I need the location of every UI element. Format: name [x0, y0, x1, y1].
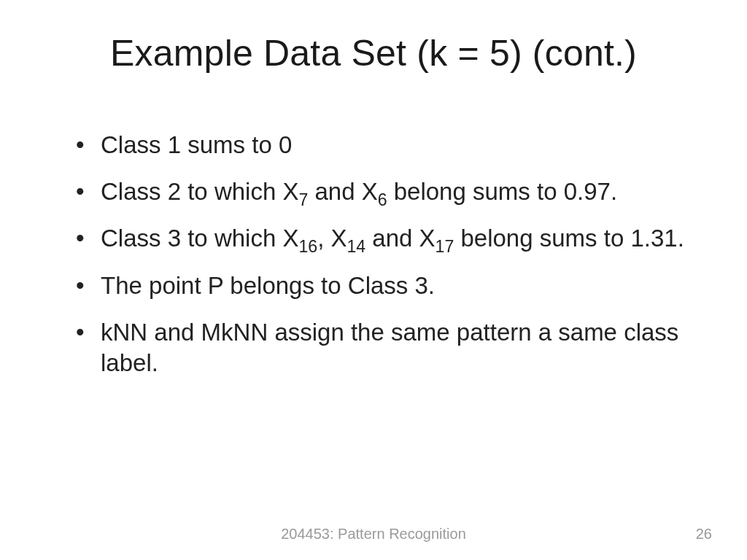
slide-body: Class 1 sums to 0 Class 2 to which X7 an… [71, 130, 684, 394]
footer-course: 204453: Pattern Recognition [0, 526, 747, 542]
bullet-text-part: and X [308, 178, 377, 205]
slide: Example Data Set (k = 5) (cont.) Class 1… [0, 0, 747, 560]
bullet-text: Class 1 sums to 0 [101, 131, 292, 158]
bullet-text-part: belong sums to 0.97. [387, 178, 618, 205]
subscript: 14 [347, 237, 366, 256]
bullet-text-part: Class 2 to which X [101, 178, 298, 205]
subscript: 7 [298, 190, 308, 209]
bullet-item: kNN and MkNN assign the same pattern a s… [71, 317, 684, 378]
footer-page-number: 26 [696, 526, 712, 542]
bullet-text: kNN and MkNN assign the same pattern a s… [101, 319, 678, 376]
subscript: 16 [298, 237, 317, 256]
bullet-text-part: , X [317, 225, 347, 252]
subscript: 6 [378, 190, 387, 209]
bullet-list: Class 1 sums to 0 Class 2 to which X7 an… [71, 130, 684, 378]
bullet-item: Class 1 sums to 0 [71, 130, 684, 160]
bullet-item: The point P belongs to Class 3. [71, 271, 684, 301]
bullet-text-part: Class 3 to which X [101, 225, 298, 252]
bullet-text-part: belong sums to 1.31. [454, 225, 684, 252]
subscript: 17 [436, 237, 454, 256]
bullet-item: Class 2 to which X7 and X6 belong sums t… [71, 176, 684, 207]
bullet-item: Class 3 to which X16, X14 and X17 belong… [71, 223, 684, 254]
bullet-text-part: and X [365, 225, 435, 252]
slide-title: Example Data Set (k = 5) (cont.) [0, 32, 747, 74]
bullet-text: The point P belongs to Class 3. [101, 272, 435, 299]
